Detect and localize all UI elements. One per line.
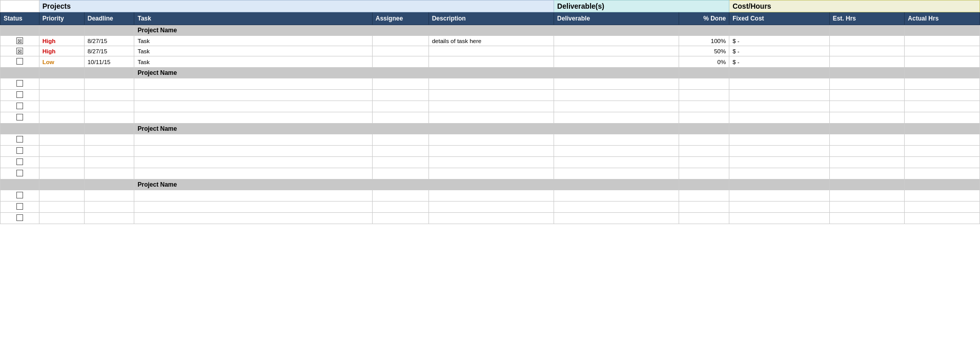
status-cell[interactable] [1,190,39,202]
task-cell [134,146,372,157]
assignee-cell [372,56,428,68]
status-cell[interactable]: ☒ [1,46,39,56]
deliverable-cell [554,213,679,224]
esthrs-cell [829,146,905,157]
table-row [1,101,980,112]
table-row [1,190,980,202]
status-cell[interactable] [1,112,39,124]
priority-cell [39,101,84,112]
deadline-cell [84,134,134,146]
project-name-label: Project Name [134,124,679,134]
status-cell[interactable] [1,213,39,224]
assignee-cell [372,157,428,168]
esthrs-cell [829,78,905,90]
checkbox-unchecked[interactable] [16,214,23,221]
actualhrs-cell [905,36,980,46]
checkbox-unchecked[interactable] [16,91,23,98]
fixedcost-cell [729,134,829,146]
checkbox-checked[interactable]: ☒ [16,48,23,54]
pctdone-cell [679,202,729,213]
status-cell[interactable] [1,146,39,157]
pctdone-cell: 50% [679,46,729,56]
actualhrs-cell [905,134,980,146]
pctdone-cell [679,134,729,146]
fixedcost-cell [729,190,829,202]
description-cell [428,168,554,179]
project-name-fixed-cell [729,68,829,78]
task-cell [134,168,372,179]
checkbox-unchecked[interactable] [16,203,23,210]
deadline-cell [84,78,134,90]
deadline-cell [84,190,134,202]
priority-cell [39,190,84,202]
status-cell[interactable] [1,101,39,112]
priority-cell [39,146,84,157]
assignee-cell [372,168,428,179]
status-cell[interactable] [1,78,39,90]
checkbox-unchecked[interactable] [16,80,23,87]
status-cell[interactable] [1,202,39,213]
deadline-cell [84,202,134,213]
project-name-status-cell [1,25,39,36]
deadline-cell [84,213,134,224]
description-cell [428,202,554,213]
task-cell [134,101,372,112]
status-cell[interactable] [1,134,39,146]
checkbox-unchecked[interactable] [16,192,23,198]
fixedcost-cell: $ - [729,46,829,56]
priority-cell [39,112,84,124]
project-name-deadline-cell [84,179,134,190]
task-cell [134,134,372,146]
project-name-est-cell [829,68,905,78]
actualhrs-cell [905,202,980,213]
checkbox-unchecked[interactable] [16,114,23,121]
status-cell[interactable] [1,168,39,179]
project-name-pct-cell [679,68,729,78]
table-row [1,90,980,101]
group-costhours-label: Cost/Hours [729,1,980,12]
task-cell [134,190,372,202]
esthrs-cell [829,190,905,202]
priority-cell [39,78,84,90]
project-name-fixed-cell [729,25,829,36]
project-name-status-cell [1,124,39,134]
actualhrs-cell [905,90,980,101]
checkbox-unchecked[interactable] [16,136,23,143]
status-cell[interactable] [1,90,39,101]
deadline-cell [84,90,134,101]
task-cell [134,213,372,224]
col-header-deadline: Deadline [84,12,134,25]
checkbox-unchecked[interactable] [16,103,23,109]
pctdone-cell [679,190,729,202]
checkbox-checked[interactable]: ☒ [16,37,23,44]
col-header-deliverable: Deliverable [554,12,679,25]
project-name-row: Project Name [1,68,980,78]
status-cell[interactable] [1,157,39,168]
table-row [1,202,980,213]
checkbox-unchecked[interactable] [16,147,23,154]
group-header-row: Projects Deliverable(s) Cost/Hours [1,1,980,12]
group-deliverables-label: Deliverable(s) [554,1,729,12]
project-name-row: Project Name [1,25,980,36]
task-cell [134,202,372,213]
priority-cell [39,202,84,213]
priority-cell [39,213,84,224]
assignee-cell [372,101,428,112]
deliverable-cell [554,134,679,146]
assignee-cell [372,146,428,157]
checkbox-unchecked[interactable] [16,158,23,165]
status-cell[interactable]: ☒ [1,36,39,46]
deliverable-cell [554,78,679,90]
checkbox-unchecked[interactable] [16,170,23,176]
pctdone-cell: 0% [679,56,729,68]
checkbox-unchecked[interactable] [16,58,23,65]
col-header-fixedcost: Fixed Cost [729,12,829,25]
deadline-cell [84,146,134,157]
col-header-pctdone: % Done [679,12,729,25]
description-cell [428,146,554,157]
deliverable-cell [554,168,679,179]
col-header-assignee: Assignee [372,12,428,25]
deliverable-cell [554,202,679,213]
priority-cell: High [39,46,84,56]
status-cell[interactable] [1,56,39,68]
